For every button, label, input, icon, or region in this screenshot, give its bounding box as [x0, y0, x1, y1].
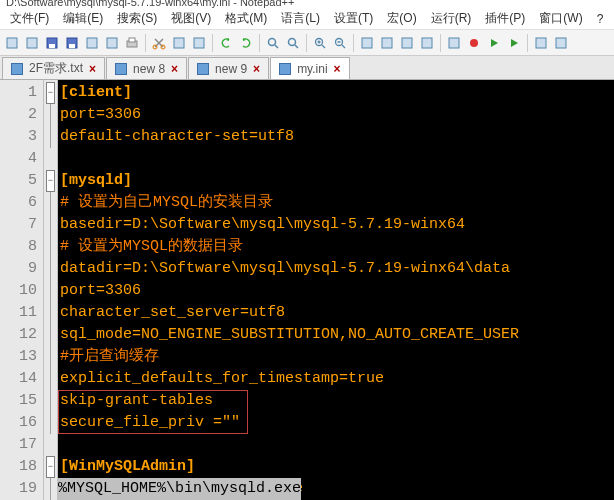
- macro-play-button[interactable]: [485, 34, 503, 52]
- code-line[interactable]: character_set_server=utf8: [60, 302, 614, 324]
- fold-toggle-icon[interactable]: −: [46, 170, 55, 192]
- line-number: 5: [0, 170, 43, 192]
- copy-button[interactable]: [170, 34, 188, 52]
- menu-item[interactable]: 编辑(E): [57, 8, 109, 29]
- find-button[interactable]: [264, 34, 282, 52]
- menu-item[interactable]: 宏(O): [381, 8, 422, 29]
- line-number: 12: [0, 324, 43, 346]
- svg-rect-24: [536, 38, 546, 48]
- macro-multi-button[interactable]: [505, 34, 523, 52]
- code-line[interactable]: [60, 434, 614, 456]
- code-area[interactable]: [client]port=3306default-character-set=u…: [58, 80, 614, 500]
- save-button[interactable]: [43, 34, 61, 52]
- code-line[interactable]: [60, 148, 614, 170]
- zoom-in-button[interactable]: [311, 34, 329, 52]
- line-number: 8: [0, 236, 43, 258]
- svg-rect-0: [7, 38, 17, 48]
- fold-cell: [44, 324, 57, 346]
- save-all-button[interactable]: [63, 34, 81, 52]
- macro-rec-button[interactable]: [465, 34, 483, 52]
- line-number: 14: [0, 368, 43, 390]
- fold-cell: [44, 148, 57, 170]
- line-number: 4: [0, 148, 43, 170]
- open-button[interactable]: [23, 34, 41, 52]
- menu-item[interactable]: 语言(L): [275, 8, 326, 29]
- eol-button[interactable]: [445, 34, 463, 52]
- code-line[interactable]: # 设置为MYSQL的数据目录: [60, 236, 614, 258]
- code-line[interactable]: port=3306: [60, 280, 614, 302]
- toolbar-separator: [353, 34, 354, 52]
- svg-point-15: [289, 38, 296, 45]
- code-line[interactable]: basedir=D:\Software\mysql\mysql-5.7.19-w…: [60, 214, 614, 236]
- zoom-out-button[interactable]: [331, 34, 349, 52]
- fold-guide: [50, 236, 51, 258]
- toolbar-separator: [440, 34, 441, 52]
- code-line[interactable]: [client]: [60, 82, 614, 104]
- fold-cell: [44, 258, 57, 280]
- tab[interactable]: my.ini×: [270, 57, 349, 79]
- menu-item[interactable]: 视图(V): [165, 8, 217, 29]
- fold-toggle-icon[interactable]: −: [46, 456, 55, 478]
- code-line[interactable]: # 设置为自己MYSQL的安装目录: [60, 192, 614, 214]
- tab[interactable]: new 9×: [188, 57, 269, 79]
- code-line[interactable]: default-character-set=utf8: [60, 126, 614, 148]
- code-line[interactable]: #开启查询缓存: [60, 346, 614, 368]
- print-button[interactable]: [123, 34, 141, 52]
- menu-item[interactable]: 格式(M): [219, 8, 273, 29]
- code-line[interactable]: secure_file_priv ="": [60, 412, 614, 434]
- line-number-gutter: 12345678910111213141516171819: [0, 80, 44, 500]
- undo-button[interactable]: [217, 34, 235, 52]
- file-icon: [11, 63, 23, 75]
- code-line[interactable]: explicit_defaults_for_timestamp=true: [60, 368, 614, 390]
- svg-rect-1: [27, 38, 37, 48]
- close-icon[interactable]: ×: [334, 62, 341, 76]
- close-icon[interactable]: ×: [171, 62, 178, 76]
- doc-map-button[interactable]: [552, 34, 570, 52]
- wrap-button[interactable]: [358, 34, 376, 52]
- menu-item[interactable]: 运行(R): [425, 8, 478, 29]
- lang-button[interactable]: [418, 34, 436, 52]
- menu-item[interactable]: 文件(F): [4, 8, 55, 29]
- menu-item[interactable]: 设置(T): [328, 8, 379, 29]
- fold-cell[interactable]: −: [44, 82, 57, 104]
- fold-guide: [50, 192, 51, 214]
- close-icon[interactable]: ×: [89, 62, 96, 76]
- menu-item[interactable]: 搜索(S): [111, 8, 163, 29]
- replace-button[interactable]: [284, 34, 302, 52]
- all-chars-button[interactable]: [378, 34, 396, 52]
- cut-button[interactable]: [150, 34, 168, 52]
- spell-button[interactable]: [532, 34, 550, 52]
- svg-rect-18: [362, 38, 372, 48]
- fold-cell: [44, 390, 57, 412]
- code-line[interactable]: datadir=D:\Software\mysql\mysql-5.7.19-w…: [60, 258, 614, 280]
- menu-item[interactable]: 插件(P): [479, 8, 531, 29]
- fold-guide: [50, 368, 51, 390]
- line-number: 13: [0, 346, 43, 368]
- close-icon[interactable]: ×: [253, 62, 260, 76]
- menu-item[interactable]: 窗口(W): [533, 8, 588, 29]
- redo-button[interactable]: [237, 34, 255, 52]
- close-button[interactable]: [83, 34, 101, 52]
- line-number: 9: [0, 258, 43, 280]
- code-line[interactable]: sql_mode=NO_ENGINE_SUBSTITUTION,NO_AUTO_…: [60, 324, 614, 346]
- fold-cell: [44, 302, 57, 324]
- code-line[interactable]: [mysqld]: [60, 170, 614, 192]
- indent-button[interactable]: [398, 34, 416, 52]
- fold-cell: [44, 412, 57, 434]
- fold-cell: [44, 126, 57, 148]
- menu-item[interactable]: ?: [591, 10, 610, 28]
- fold-cell[interactable]: −: [44, 170, 57, 192]
- tab[interactable]: new 8×: [106, 57, 187, 79]
- line-number: 16: [0, 412, 43, 434]
- fold-guide: [50, 258, 51, 280]
- code-line[interactable]: skip-grant-tables: [60, 390, 614, 412]
- code-line[interactable]: port=3306: [60, 104, 614, 126]
- fold-cell[interactable]: −: [44, 456, 57, 478]
- editor-area[interactable]: 12345678910111213141516171819 −−− [clien…: [0, 80, 614, 500]
- code-line[interactable]: [WinMySQLAdmin]: [60, 456, 614, 478]
- tab[interactable]: 2F需求.txt×: [2, 57, 105, 79]
- fold-toggle-icon[interactable]: −: [46, 82, 55, 104]
- new-button[interactable]: [3, 34, 21, 52]
- close-all-button[interactable]: [103, 34, 121, 52]
- paste-button[interactable]: [190, 34, 208, 52]
